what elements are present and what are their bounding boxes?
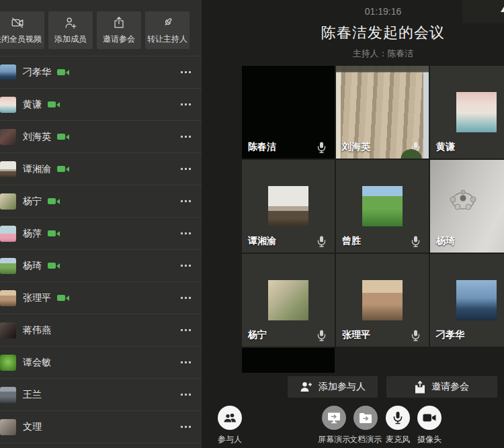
- participant-row[interactable]: 黄谦: [0, 89, 202, 121]
- chandelier-graphic: [448, 187, 478, 215]
- close-all-video-button[interactable]: 关闭全员视频: [0, 11, 44, 49]
- participant-row[interactable]: 刁孝华: [0, 56, 202, 89]
- participant-name: 杨宁: [23, 195, 42, 208]
- avatar: [0, 355, 16, 371]
- avatar: [0, 64, 16, 81]
- person-add-icon: [63, 15, 78, 30]
- tile-name: 杨宁: [248, 329, 267, 341]
- avatar: [0, 322, 16, 339]
- more-options-icon[interactable]: [181, 136, 183, 138]
- tile-name: 曾胜: [342, 235, 361, 247]
- video-tile[interactable]: 杨琦: [430, 160, 504, 253]
- camera-on-icon: [48, 230, 56, 236]
- participant-row[interactable]: 文理: [0, 411, 202, 443]
- avatar: [0, 129, 16, 145]
- mic-icon: [317, 142, 326, 153]
- participant-name: 谭会敏: [23, 357, 51, 369]
- avatar: [268, 280, 308, 320]
- participant-row[interactable]: 王兰: [0, 379, 202, 411]
- more-options-icon[interactable]: [181, 71, 183, 73]
- more-options-icon[interactable]: [181, 200, 183, 202]
- participant-name: 杨萍: [23, 228, 42, 240]
- handheld-mic-icon: [160, 15, 175, 30]
- participant-row[interactable]: 蒋伟燕: [0, 314, 202, 347]
- avatar: [456, 280, 497, 320]
- camera-on-icon: [57, 69, 65, 75]
- meeting-header: 01:19:16 陈春洁发起的会议 主持人：陈春洁: [242, 0, 504, 60]
- participants-control-label: 参与人: [206, 434, 253, 445]
- tile-name: 谭湘渝: [248, 235, 276, 247]
- mic-icon: [411, 142, 420, 153]
- add-participant-label: 添加参与人: [319, 381, 366, 393]
- more-options-icon[interactable]: [181, 103, 183, 105]
- participant-name: 黄谦: [23, 99, 42, 111]
- avatar: [0, 161, 16, 177]
- avatar: [0, 97, 16, 113]
- participant-name: 刁孝华: [23, 66, 51, 79]
- video-tile[interactable]: 杨宁: [242, 254, 335, 347]
- avatar: [362, 186, 403, 226]
- video-tile-partial[interactable]: [242, 348, 335, 373]
- video-tile[interactable]: 曾胜: [336, 160, 429, 253]
- tile-name: 刘海英: [342, 141, 370, 153]
- person-add-icon: [300, 382, 312, 392]
- invite-meeting-button[interactable]: 邀请参会: [386, 376, 497, 398]
- camera-on-icon: [57, 295, 65, 301]
- meeting-timer: 01:19:16: [242, 6, 504, 17]
- video-tile[interactable]: 张理平: [336, 254, 429, 347]
- participant-name: 文理: [23, 421, 42, 433]
- mic-icon: [411, 330, 420, 341]
- invite-meeting-label: 邀请参会: [431, 381, 469, 393]
- invite-box-icon: [415, 381, 425, 394]
- participant-name: 杨琦: [23, 260, 42, 272]
- participant-row[interactable]: 刘海英: [0, 121, 202, 153]
- avatar: [0, 290, 16, 306]
- participant-name: 蒋伟燕: [23, 324, 51, 337]
- participant-row[interactable]: 谭湘渝: [0, 153, 202, 185]
- tile-name: 杨琦: [436, 235, 455, 247]
- video-tile[interactable]: 谭湘渝: [242, 160, 335, 253]
- participant-name: 王兰: [23, 389, 42, 401]
- participant-name: 刘海英: [23, 131, 51, 143]
- transfer-host-button[interactable]: 转让主持人: [145, 11, 190, 49]
- mic-icon: [317, 330, 326, 341]
- participant-row[interactable]: 谭会敏: [0, 347, 202, 379]
- avatar: [0, 419, 16, 435]
- participants-control-button[interactable]: 参与人: [206, 406, 253, 445]
- avatar: [0, 226, 16, 242]
- add-participant-button[interactable]: 添加参与人: [288, 376, 378, 398]
- close-all-video-label: 关闭全员视频: [0, 34, 42, 45]
- more-options-icon[interactable]: [181, 168, 183, 170]
- tile-name: 陈春洁: [248, 141, 276, 153]
- camera-button[interactable]: 摄像头: [406, 406, 453, 445]
- people-icon: [218, 406, 242, 430]
- add-member-button[interactable]: 添加成员: [48, 11, 93, 49]
- video-tile[interactable]: 刘海英: [336, 66, 429, 159]
- more-options-icon[interactable]: [181, 329, 183, 331]
- participant-row[interactable]: 杨萍: [0, 218, 202, 250]
- camera-off-icon: [10, 15, 25, 30]
- participant-row[interactable]: 杨琦: [0, 250, 202, 282]
- video-tile[interactable]: 刁孝华: [430, 254, 504, 347]
- more-options-icon[interactable]: [181, 232, 183, 234]
- more-options-icon[interactable]: [181, 361, 183, 363]
- invite-button[interactable]: 邀请参会: [97, 11, 141, 49]
- camera-on-icon: [57, 166, 65, 172]
- more-options-icon[interactable]: [181, 426, 183, 428]
- participant-name: 张理平: [23, 292, 51, 304]
- mic-icon: [411, 236, 420, 247]
- more-options-icon[interactable]: [181, 297, 183, 299]
- video-tile[interactable]: 黄谦: [430, 66, 504, 159]
- tile-name: 张理平: [342, 329, 370, 341]
- participant-row[interactable]: 张理平: [0, 282, 202, 314]
- more-options-icon[interactable]: [181, 265, 183, 267]
- more-options-icon[interactable]: [181, 394, 183, 396]
- tile-name: 刁孝华: [436, 329, 464, 341]
- participant-row[interactable]: 杨宁: [0, 185, 202, 218]
- meeting-title: 陈春洁发起的会议: [242, 23, 504, 43]
- avatar: [0, 387, 16, 403]
- avatar: [362, 280, 403, 320]
- video-tile[interactable]: 陈春洁: [242, 66, 335, 159]
- meeting-host: 主持人：陈春洁: [242, 48, 504, 60]
- camera-icon: [417, 406, 442, 430]
